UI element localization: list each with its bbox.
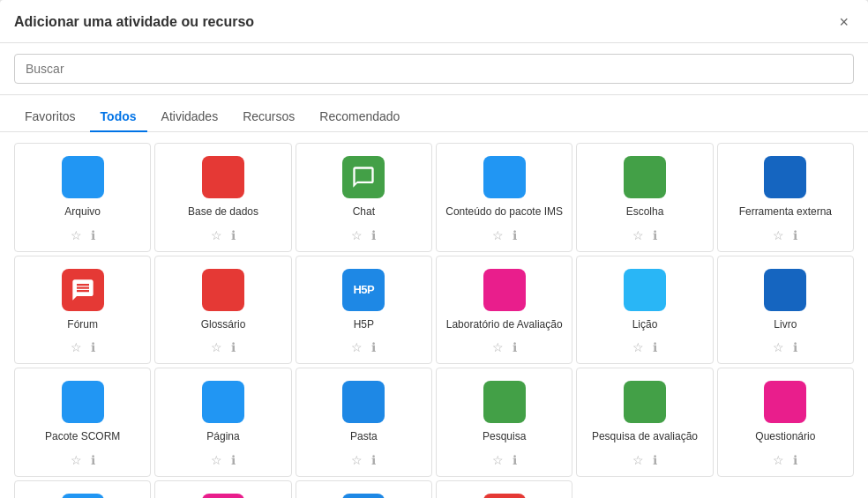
info-icon-pagina[interactable]: ℹ: [231, 453, 236, 467]
grid-item-tarefa: Tarefa☆ℹ: [154, 480, 291, 498]
item-icon-laboratorio[interactable]: [483, 269, 526, 311]
favorite-icon-chat[interactable]: ☆: [351, 228, 363, 242]
info-icon-pasta[interactable]: ℹ: [371, 453, 376, 467]
grid-item-pacote-scorm: Pacote SCORM☆ℹ: [14, 368, 151, 477]
search-input[interactable]: [14, 54, 854, 84]
item-icon-escolha[interactable]: [624, 156, 666, 198]
favorite-icon-pagina[interactable]: ☆: [211, 453, 222, 467]
favorite-icon-pesquisa-avaliacao[interactable]: ☆: [632, 453, 644, 467]
item-actions-h5p: ☆ℹ: [351, 337, 376, 358]
item-actions-escolha: ☆ℹ: [632, 225, 657, 246]
tab-favoritos[interactable]: Favoritos: [14, 102, 86, 132]
favorite-icon-conteudo-ims[interactable]: ☆: [492, 228, 504, 242]
favorite-icon-pasta[interactable]: ☆: [351, 453, 363, 467]
item-icon-pasta[interactable]: [342, 381, 385, 423]
info-icon-conteudo-ims[interactable]: ℹ: [513, 228, 517, 242]
info-icon-pesquisa-avaliacao[interactable]: ℹ: [653, 453, 657, 467]
tab-atividades[interactable]: Atividades: [151, 102, 229, 132]
grid-item-wiki: Wiki☆ℹ: [436, 480, 572, 498]
item-icon-livro[interactable]: [764, 269, 806, 311]
item-actions-livro: ☆ℹ: [773, 337, 797, 358]
item-label-conteudo-ims: Conteúdo do pacote IMS: [445, 205, 563, 219]
favorite-icon-glossario[interactable]: ☆: [211, 340, 222, 354]
info-icon-questionario[interactable]: ℹ: [793, 453, 797, 467]
favorite-icon-forum[interactable]: ☆: [71, 340, 82, 354]
favorite-icon-pesquisa[interactable]: ☆: [492, 453, 504, 467]
tabs-area: FavoritosTodosAtividadesRecursosRecomend…: [0, 95, 868, 132]
info-icon-glossario[interactable]: ℹ: [231, 340, 236, 354]
item-icon-url[interactable]: [342, 494, 385, 498]
item-icon-glossario[interactable]: [202, 269, 244, 311]
item-icon-chat[interactable]: [342, 156, 385, 198]
info-icon-chat[interactable]: ℹ: [371, 228, 376, 242]
modal: Adicionar uma atividade ou recurso × Fav…: [0, 0, 868, 498]
item-actions-pasta: ☆ℹ: [351, 450, 376, 471]
info-icon-h5p[interactable]: ℹ: [371, 340, 376, 354]
tab-todos[interactable]: Todos: [90, 102, 147, 132]
item-icon-ferramenta-externa[interactable]: [764, 156, 806, 198]
grid-item-conteudo-ims: Conteúdo do pacote IMS☆ℹ: [436, 143, 572, 252]
item-label-forum: Fórum: [67, 318, 98, 332]
close-button[interactable]: ×: [834, 12, 854, 32]
favorite-icon-arquivo[interactable]: ☆: [71, 228, 82, 242]
favorite-icon-laboratorio[interactable]: ☆: [492, 340, 504, 354]
item-icon-forum[interactable]: [62, 269, 104, 311]
item-actions-licao: ☆ℹ: [632, 337, 657, 358]
favorite-icon-ferramenta-externa[interactable]: ☆: [773, 228, 784, 242]
item-label-arquivo: Arquivo: [64, 205, 101, 219]
item-actions-base-de-dados: ☆ℹ: [211, 225, 236, 246]
item-label-licao: Lição: [632, 318, 658, 332]
favorite-icon-licao[interactable]: ☆: [632, 340, 644, 354]
favorite-icon-base-de-dados[interactable]: ☆: [211, 228, 222, 242]
info-icon-arquivo[interactable]: ℹ: [91, 228, 95, 242]
grid-item-pasta: Pasta☆ℹ: [296, 368, 432, 477]
items-grid: Arquivo☆ℹBase de dados☆ℹChat☆ℹConteúdo d…: [14, 143, 854, 498]
item-label-questionario: Questionário: [755, 430, 815, 444]
item-icon-pacote-scorm[interactable]: [62, 381, 104, 423]
info-icon-licao[interactable]: ℹ: [653, 340, 657, 354]
item-icon-base-de-dados[interactable]: [202, 156, 244, 198]
info-icon-pesquisa[interactable]: ℹ: [513, 453, 517, 467]
grid-item-pagina: Página☆ℹ: [154, 368, 291, 477]
item-label-h5p: H5P: [354, 318, 374, 332]
favorite-icon-questionario[interactable]: ☆: [773, 453, 784, 467]
grid-item-ferramenta-externa: Ferramenta externa☆ℹ: [717, 143, 854, 252]
item-icon-h5p[interactable]: H5P: [342, 269, 385, 311]
item-icon-tarefa[interactable]: [202, 494, 244, 498]
grid-item-h5p: H5PH5P☆ℹ: [296, 256, 432, 365]
favorite-icon-escolha[interactable]: ☆: [632, 228, 644, 242]
grid-item-rotulo: Rótulo☆ℹ: [14, 480, 151, 498]
info-icon-escolha[interactable]: ℹ: [653, 228, 657, 242]
item-icon-arquivo[interactable]: [62, 156, 104, 198]
item-icon-questionario[interactable]: [764, 381, 806, 423]
grid-item-glossario: Glossário☆ℹ: [154, 256, 291, 365]
info-icon-base-de-dados[interactable]: ℹ: [231, 228, 236, 242]
item-icon-pagina[interactable]: [202, 381, 244, 423]
info-icon-laboratorio[interactable]: ℹ: [513, 340, 517, 354]
grid-item-livro: Livro☆ℹ: [717, 256, 854, 365]
search-area: [0, 43, 868, 95]
tab-recursos[interactable]: Recursos: [232, 102, 305, 132]
item-icon-wiki[interactable]: [483, 494, 526, 498]
item-actions-chat: ☆ℹ: [351, 225, 376, 246]
item-actions-ferramenta-externa: ☆ℹ: [773, 225, 797, 246]
info-icon-livro[interactable]: ℹ: [793, 340, 797, 354]
item-label-pagina: Página: [206, 430, 239, 444]
item-icon-licao[interactable]: [624, 269, 666, 311]
item-icon-pesquisa[interactable]: [483, 381, 526, 423]
modal-title: Adicionar uma atividade ou recurso: [14, 14, 254, 30]
tab-recomendado[interactable]: Recomendado: [309, 102, 410, 132]
grid-item-laboratorio: Laboratório de Avaliação☆ℹ: [436, 256, 572, 365]
item-label-glossario: Glossário: [201, 318, 246, 332]
favorite-icon-pacote-scorm[interactable]: ☆: [71, 453, 82, 467]
favorite-icon-h5p[interactable]: ☆: [351, 340, 363, 354]
info-icon-ferramenta-externa[interactable]: ℹ: [793, 228, 797, 242]
item-label-pacote-scorm: Pacote SCORM: [45, 430, 120, 444]
grid-item-url: URL☆ℹ: [296, 480, 432, 498]
item-icon-rotulo[interactable]: [62, 494, 104, 498]
item-icon-pesquisa-avaliacao[interactable]: [624, 381, 666, 423]
favorite-icon-livro[interactable]: ☆: [773, 340, 784, 354]
item-icon-conteudo-ims[interactable]: [483, 156, 526, 198]
info-icon-forum[interactable]: ℹ: [91, 340, 95, 354]
info-icon-pacote-scorm[interactable]: ℹ: [91, 453, 95, 467]
